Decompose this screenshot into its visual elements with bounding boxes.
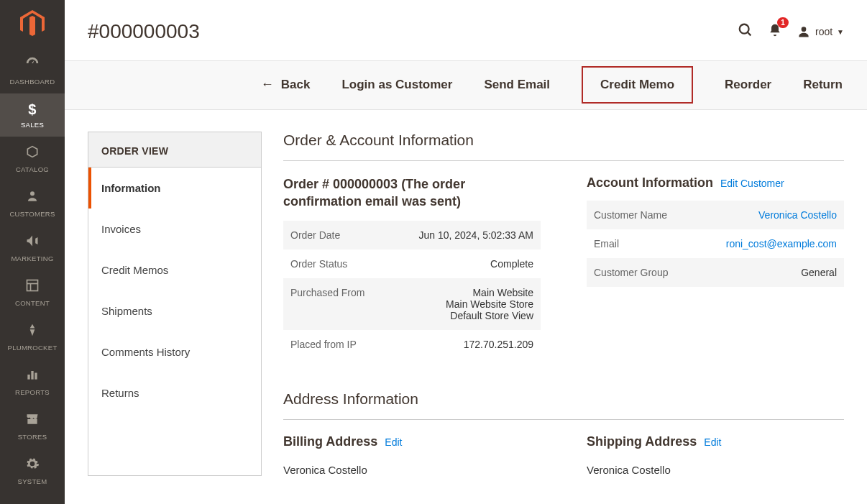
sidebar-item-reports[interactable]: REPORTS	[0, 359, 65, 404]
send-email-button[interactable]: Send Email	[484, 78, 550, 92]
notification-icon[interactable]: 1	[768, 22, 782, 42]
svg-point-9	[802, 27, 807, 32]
nav-information[interactable]: Information	[88, 168, 261, 209]
row-label: Order Date	[283, 221, 391, 249]
billing-name: Veronica Costello	[283, 459, 541, 476]
customers-icon	[26, 189, 39, 207]
order-info-column: Order # 000000003 (The order confirmatio…	[283, 175, 541, 359]
catalog-icon	[25, 145, 40, 162]
order-account-section-title: Order & Account Information	[283, 132, 844, 161]
nav-shipments[interactable]: Shipments	[88, 290, 261, 331]
svg-point-7	[740, 24, 749, 33]
table-row: Email roni_cost@example.com	[587, 229, 844, 258]
sidebar-label: SYSTEM	[18, 477, 47, 485]
sidebar-item-sales[interactable]: $ SALES	[0, 93, 65, 137]
user-icon	[797, 24, 811, 39]
sidebar-item-system[interactable]: SYSTEM	[0, 449, 65, 493]
chevron-down-icon: ▼	[837, 28, 844, 36]
edit-billing-link[interactable]: Edit	[385, 436, 402, 448]
address-section-title: Address Information	[283, 390, 844, 420]
sales-icon: $	[28, 101, 36, 118]
svg-rect-1	[27, 280, 38, 291]
user-menu[interactable]: root ▼	[797, 24, 844, 39]
shipping-name: Veronica Costello	[587, 459, 844, 476]
nav-invoices[interactable]: Invoices	[88, 209, 261, 249]
row-label: Email	[587, 229, 694, 258]
sidebar-label: CATALOG	[16, 165, 49, 173]
row-value: Main Website Main Website Store Default …	[391, 278, 541, 330]
table-row: Order Status Complete	[283, 249, 541, 278]
return-button[interactable]: Return	[803, 78, 843, 92]
shipping-address-title: Shipping Address	[587, 434, 697, 449]
nav-comments-history[interactable]: Comments History	[88, 331, 261, 372]
credit-memo-button[interactable]: Credit Memo	[582, 66, 693, 104]
row-label: Order Status	[283, 249, 391, 278]
table-row: Placed from IP 172.70.251.209	[283, 330, 541, 359]
edit-shipping-link[interactable]: Edit	[704, 436, 721, 448]
account-info-column: Account Information Edit Customer Custom…	[587, 175, 844, 359]
sidebar-label: SALES	[21, 121, 44, 129]
table-row: Purchased From Main Website Main Website…	[283, 278, 541, 330]
sidebar-item-customers[interactable]: CUSTOMERS	[0, 181, 65, 226]
order-info-table: Order Date Jun 10, 2024, 5:02:33 AM Orde…	[283, 221, 541, 359]
gear-icon	[25, 457, 40, 475]
reorder-button[interactable]: Reorder	[725, 78, 771, 92]
user-name: root	[815, 26, 832, 37]
arrow-left-icon: ←	[261, 77, 274, 92]
sidebar-item-marketing[interactable]: MARKETING	[0, 226, 65, 270]
sidebar-item-catalog[interactable]: CATALOG	[0, 137, 65, 181]
edit-customer-link[interactable]: Edit Customer	[720, 178, 784, 189]
billing-address-column: Billing Address Edit Veronica Costello	[283, 434, 541, 476]
page-title: #000000003	[88, 20, 200, 43]
sidebar-item-content[interactable]: CONTENT	[0, 270, 65, 315]
reports-icon	[25, 367, 40, 385]
sidebar-label: MARKETING	[11, 255, 53, 262]
sidebar-label: CONTENT	[15, 299, 50, 307]
page-header: #000000003 1 root ▼	[88, 0, 844, 60]
table-row: Customer Group General	[587, 258, 844, 287]
magento-logo[interactable]	[0, 0, 65, 47]
row-label: Customer Name	[587, 201, 694, 229]
order-view-nav: ORDER VIEW Information Invoices Credit M…	[88, 132, 262, 476]
plumrocket-icon	[25, 323, 40, 341]
notification-badge: 1	[777, 17, 789, 28]
account-info-table: Customer Name Veronica Costello Email ro…	[587, 201, 844, 287]
dashboard-icon	[24, 55, 40, 75]
login-as-customer-button[interactable]: Login as Customer	[341, 78, 452, 92]
sidebar-item-stores[interactable]: STORES	[0, 404, 65, 449]
customer-email-link[interactable]: roni_cost@example.com	[726, 238, 837, 249]
nav-credit-memos[interactable]: Credit Memos	[88, 249, 261, 290]
customer-name-link[interactable]: Veronica Costello	[758, 209, 837, 221]
svg-rect-5	[31, 371, 33, 380]
sidebar-label: CUSTOMERS	[9, 210, 55, 218]
marketing-icon	[25, 234, 40, 252]
billing-address-title: Billing Address	[283, 434, 377, 449]
row-label: Placed from IP	[283, 330, 391, 359]
svg-point-0	[30, 191, 35, 196]
search-icon[interactable]	[738, 22, 753, 42]
sidebar-label: REPORTS	[15, 388, 50, 396]
table-row: Order Date Jun 10, 2024, 5:02:33 AM	[283, 221, 541, 249]
back-button[interactable]: ← Back	[261, 77, 311, 92]
order-actions-toolbar: ← Back Login as Customer Send Email Cred…	[65, 60, 867, 110]
header-tools: 1 root ▼	[738, 22, 844, 42]
shipping-address-column: Shipping Address Edit Veronica Costello	[587, 434, 844, 476]
stores-icon	[25, 412, 40, 430]
row-value: Jun 10, 2024, 5:02:33 AM	[391, 221, 541, 249]
sidebar-item-dashboard[interactable]: DASHBOARD	[0, 47, 65, 93]
sidebar-label: STORES	[18, 433, 47, 441]
row-value: General	[694, 258, 844, 287]
svg-rect-4	[27, 375, 29, 380]
sidebar-label: PLUMROCKET	[8, 344, 58, 352]
row-label: Purchased From	[283, 278, 391, 330]
account-info-title: Account Information	[587, 175, 713, 191]
admin-sidebar: DASHBOARD $ SALES CATALOG CUSTOMERS MARK…	[0, 0, 65, 504]
sidebar-item-plumrocket[interactable]: PLUMROCKET	[0, 315, 65, 359]
nav-returns[interactable]: Returns	[88, 372, 261, 413]
sidebar-label: DASHBOARD	[10, 78, 55, 86]
svg-rect-6	[35, 373, 37, 380]
row-value: 172.70.251.209	[391, 330, 541, 359]
order-subtitle: Order # 000000003 (The order confirmatio…	[283, 175, 541, 211]
main-area: #000000003 1 root ▼	[65, 0, 867, 504]
table-row: Customer Name Veronica Costello	[587, 201, 844, 229]
